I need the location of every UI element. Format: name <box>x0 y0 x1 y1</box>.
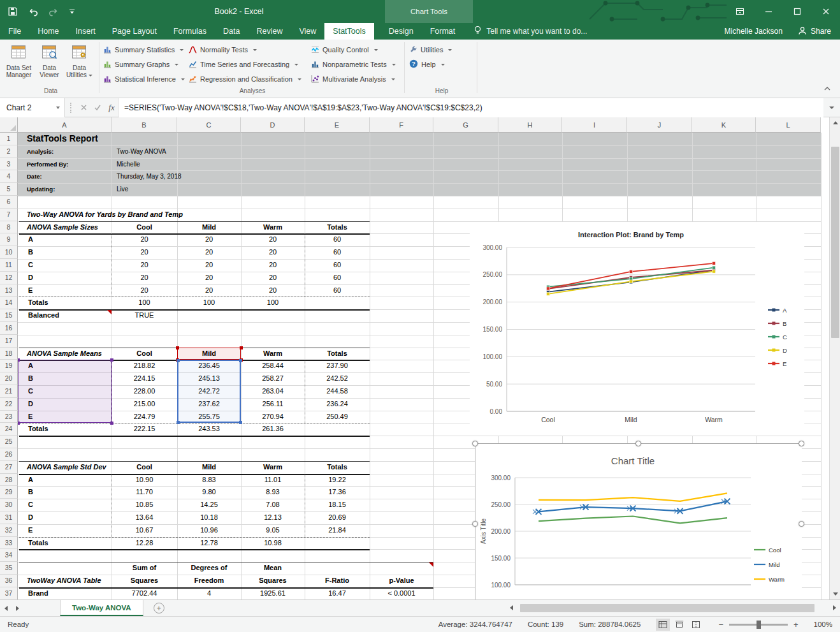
row-header-15[interactable]: 15 <box>0 309 18 322</box>
cell-B27[interactable]: Cool <box>112 461 177 474</box>
cell-D12[interactable]: 20 <box>241 272 305 284</box>
ribbon-button-quality-control[interactable]: Quality Control <box>311 43 378 56</box>
normal-view-icon[interactable] <box>656 619 670 631</box>
cell-A9[interactable]: A <box>18 233 112 246</box>
minimize-button[interactable] <box>754 0 783 23</box>
user-name[interactable]: Michelle Jackson <box>725 27 783 36</box>
row-header-35[interactable]: 35 <box>0 562 18 575</box>
row-header-19[interactable]: 19 <box>0 360 18 372</box>
select-all-corner[interactable] <box>0 117 18 133</box>
zoom-in-icon[interactable]: + <box>793 620 799 629</box>
horizontal-scrollbar[interactable] <box>510 603 836 613</box>
cell-A18[interactable]: ANOVA Sample Means <box>18 348 112 360</box>
cell-C33[interactable]: 12.78 <box>177 537 241 550</box>
cell-A4[interactable]: Date: <box>18 170 112 183</box>
chart-selection-handle[interactable] <box>799 441 804 446</box>
cell-E10[interactable]: 60 <box>305 246 370 259</box>
cell-D19[interactable]: 258.44 <box>241 360 305 372</box>
cell-B18[interactable]: Cool <box>112 348 177 360</box>
cell-B2[interactable]: Two-Way ANOVA <box>112 145 177 158</box>
chart-selection-handle[interactable] <box>472 521 478 527</box>
cell-C9[interactable]: 20 <box>177 233 241 246</box>
cell-B20[interactable]: 224.15 <box>112 372 177 385</box>
cell-C10[interactable]: 20 <box>177 246 241 259</box>
row-header-25[interactable]: 25 <box>0 436 18 448</box>
cell-B29[interactable]: 11.70 <box>112 486 177 499</box>
cell-A15[interactable]: Balanced <box>18 309 112 322</box>
row-header-27[interactable]: 27 <box>0 461 18 474</box>
ribbon-button-time-series-and-forecasting[interactable]: Time Series and Forecasting <box>189 58 298 71</box>
column-header-D[interactable]: D <box>241 117 305 133</box>
cell-E28[interactable]: 19.22 <box>305 474 370 487</box>
column-header-H[interactable]: H <box>498 117 562 133</box>
cell-B35[interactable]: Sum of <box>112 562 177 575</box>
cell-E37[interactable]: 16.47 <box>305 587 370 599</box>
cell-A14[interactable]: Totals <box>18 297 112 309</box>
tab-design[interactable]: Design <box>380 23 422 40</box>
undo-icon[interactable] <box>28 7 38 17</box>
cell-D35[interactable]: Mean <box>241 562 305 575</box>
cell-B12[interactable]: 20 <box>112 272 177 284</box>
cell-A37[interactable]: Brand <box>18 587 112 599</box>
row-header-10[interactable]: 10 <box>0 246 18 259</box>
ribbon-button-summary-statistics[interactable]: Summary Statistics <box>103 43 184 56</box>
tab-file[interactable]: File <box>0 23 29 40</box>
cell-A11[interactable]: C <box>18 259 112 272</box>
name-box-dropdown-icon[interactable] <box>56 107 60 109</box>
vertical-scrollbar[interactable] <box>829 117 840 599</box>
column-header-I[interactable]: I <box>562 117 627 133</box>
cell-B9[interactable]: 20 <box>112 233 177 246</box>
zoom-level[interactable]: 100% <box>814 621 832 628</box>
ribbon-button-summary-graphs[interactable]: Summary Graphs <box>103 58 178 71</box>
cell-D28[interactable]: 11.01 <box>241 474 305 487</box>
new-sheet-button[interactable]: + <box>154 603 164 614</box>
cell-A12[interactable]: D <box>18 272 112 284</box>
cell-D18[interactable]: Warm <box>241 348 305 360</box>
column-header-J[interactable]: J <box>627 117 692 133</box>
horizontal-scroll-thumb[interactable] <box>520 604 815 612</box>
cell-E12[interactable]: 60 <box>305 272 370 284</box>
sheet-nav-right-icon[interactable] <box>11 606 23 611</box>
cell-A30[interactable]: C <box>18 499 112 511</box>
zoom-slider[interactable] <box>729 624 788 626</box>
row-header-24[interactable]: 24 <box>0 423 18 436</box>
ribbon-button-data-utilities[interactable]: DataUtilities <box>64 42 94 85</box>
column-header-C[interactable]: C <box>177 117 241 133</box>
cell-B24[interactable]: 222.15 <box>112 423 177 436</box>
chart-selection-handle[interactable] <box>472 441 478 446</box>
cell-E9[interactable]: 60 <box>305 233 370 246</box>
sheet-tab-two-way-anova[interactable]: Two-Way ANOVA <box>60 600 143 616</box>
cell-A1[interactable]: StatTools Report <box>18 133 112 145</box>
row-header-31[interactable]: 31 <box>0 511 18 524</box>
cell-D33[interactable]: 10.98 <box>241 537 305 550</box>
cell-E8[interactable]: Totals <box>305 221 370 234</box>
cell-E18[interactable]: Totals <box>305 348 370 360</box>
cell-D30[interactable]: 7.08 <box>241 499 305 511</box>
scroll-down-icon[interactable] <box>830 589 840 599</box>
cell-D23[interactable]: 270.94 <box>241 411 305 423</box>
chart-selected-chart-title[interactable]: 100.00150.00200.00250.00300.00Chart Titl… <box>475 443 801 599</box>
cell-E29[interactable]: 17.36 <box>305 486 370 499</box>
cell-A8[interactable]: ANOVA Sample Sizes <box>18 221 112 234</box>
cell-E32[interactable]: 21.84 <box>305 524 370 537</box>
tab-home[interactable]: Home <box>29 23 67 40</box>
cell-B8[interactable]: Cool <box>112 221 177 234</box>
cell-C11[interactable]: 20 <box>177 259 241 272</box>
enter-icon[interactable] <box>91 98 105 117</box>
cell-C12[interactable]: 20 <box>177 272 241 284</box>
tab-review[interactable]: Review <box>248 23 291 40</box>
row-header-13[interactable]: 13 <box>0 284 18 297</box>
cell-C29[interactable]: 9.80 <box>177 486 241 499</box>
cell-E23[interactable]: 250.49 <box>305 411 370 423</box>
ribbon-collapse-icon[interactable] <box>823 82 831 94</box>
row-header-34[interactable]: 34 <box>0 549 18 562</box>
cell-B30[interactable]: 10.85 <box>112 499 177 511</box>
row-header-33[interactable]: 33 <box>0 537 18 550</box>
zoom-out-icon[interactable]: − <box>718 620 723 629</box>
cell-D11[interactable]: 20 <box>241 259 305 272</box>
tab-stattools[interactable]: StatTools <box>324 23 373 40</box>
row-header-21[interactable]: 21 <box>0 385 18 398</box>
scroll-left-icon[interactable] <box>510 605 513 610</box>
cell-A33[interactable]: Totals <box>18 537 112 550</box>
row-header-8[interactable]: 8 <box>0 221 18 234</box>
